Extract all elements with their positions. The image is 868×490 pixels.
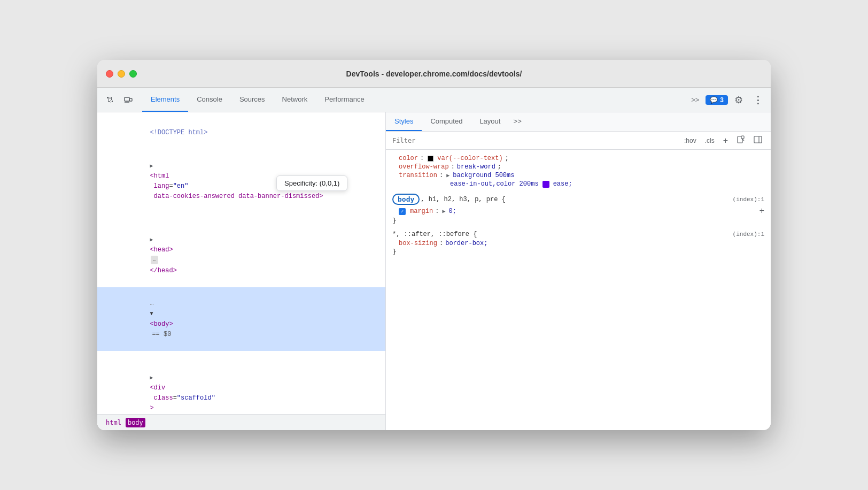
notification-count: 3: [720, 96, 724, 104]
css-value-transition: background 500ms: [453, 172, 514, 179]
tab-elements[interactable]: Elements: [142, 88, 188, 112]
svg-rect-12: [112, 101, 113, 101]
notification-badge[interactable]: 💬 3: [706, 95, 728, 105]
tab-console[interactable]: Console: [188, 88, 231, 112]
add-style-button[interactable]: +: [721, 135, 730, 147]
specificity-tooltip: Specificity: (0,0,1): [276, 175, 347, 191]
css-value-box-sizing: border-box;: [445, 240, 487, 247]
toolbar-icon-group: [102, 91, 137, 109]
styles-tabs: Styles Computed Layout >>: [386, 112, 771, 132]
styles-content[interactable]: color : var(--color-text) ; overflow-wra…: [386, 150, 771, 430]
prop-overflow-wrap[interactable]: overflow-wrap : break-word ;: [386, 163, 771, 171]
more-tabs-button[interactable]: >>: [687, 94, 703, 106]
css-rule-2: body , h1, h2, h3, p, pre { (index):1 ma…: [386, 193, 771, 225]
svg-rect-22: [754, 136, 762, 143]
minimize-button[interactable]: [118, 70, 125, 78]
rule-3-source[interactable]: (index):1: [733, 231, 764, 238]
prop-color[interactable]: color : var(--color-text) ;: [386, 154, 771, 163]
svg-rect-16: [125, 97, 129, 101]
css-value-margin: 0;: [448, 208, 456, 215]
tab-list: Elements Console Sources Network Perform…: [142, 88, 373, 112]
styles-panel: Styles Computed Layout >> :hov .cls +: [386, 112, 771, 430]
toggle-sidebar-icon[interactable]: [751, 134, 764, 147]
main-toolbar: Elements Console Sources Network Perform…: [97, 88, 771, 112]
lang-attr: lang: [150, 182, 169, 190]
filter-bar: :hov .cls +: [386, 132, 771, 150]
margin-checkbox[interactable]: [399, 208, 406, 215]
tab-more[interactable]: >>: [509, 118, 526, 126]
svg-rect-0: [107, 97, 108, 98]
svg-rect-11: [111, 99, 112, 100]
tab-sources[interactable]: Sources: [231, 88, 274, 112]
tab-performance[interactable]: Performance: [316, 88, 373, 112]
add-property-btn[interactable]: +: [759, 206, 764, 216]
titlebar: DevTools - developer.chrome.com/docs/dev…: [97, 60, 771, 88]
rule-2-selector: , h1, h2, h3, p, pre {: [421, 196, 505, 203]
notification-icon: 💬: [710, 96, 718, 104]
window-title: DevTools - developer.chrome.com/docs/dev…: [346, 70, 522, 78]
html-tag: <html: [150, 172, 169, 180]
css-var-color: var(--color-text): [437, 155, 502, 162]
expand-arrow[interactable]: ▶: [150, 163, 153, 169]
svg-rect-17: [129, 98, 132, 101]
more-options-icon[interactable]: ⋮: [749, 91, 766, 109]
tab-network[interactable]: Network: [274, 88, 316, 112]
rule-3-close: }: [386, 248, 771, 256]
svg-rect-6: [108, 98, 108, 102]
prop-name-margin: margin: [410, 208, 433, 215]
color-swatch-black[interactable]: [428, 156, 433, 162]
css-value-ease: ease;: [553, 180, 572, 188]
svg-rect-3: [108, 98, 112, 98]
triangle-margin[interactable]: ▶: [442, 208, 445, 215]
prop-transition-cont: ease-in-out,color 200ms ease;: [386, 180, 771, 188]
device-toolbar-icon[interactable]: [120, 91, 137, 109]
prop-box-sizing[interactable]: box-sizing : border-box;: [386, 239, 771, 248]
inspect-element-icon[interactable]: [102, 91, 119, 109]
doctype-text: <!DOCTYPE html>: [150, 129, 207, 136]
svg-rect-14: [111, 102, 112, 102]
tab-styles[interactable]: Styles: [386, 112, 422, 131]
dom-doctype: <!DOCTYPE html>: [97, 117, 385, 150]
breadcrumb-body[interactable]: body: [126, 418, 145, 427]
css-rule-1: color : var(--color-text) ; overflow-wra…: [386, 154, 771, 188]
settings-icon[interactable]: ⚙: [730, 91, 747, 109]
dom-head[interactable]: ▶ <head> … </head>: [97, 213, 385, 287]
breadcrumb-html[interactable]: html: [104, 418, 123, 427]
devtools-panel: Elements Console Sources Network Perform…: [97, 88, 771, 430]
head-arrow[interactable]: ▶: [150, 237, 153, 243]
filter-input[interactable]: [392, 137, 678, 144]
body-arrow[interactable]: ▼: [150, 311, 153, 317]
prop-margin[interactable]: margin : ▶ 0; +: [386, 206, 771, 217]
cls-button[interactable]: .cls: [703, 136, 717, 146]
svg-rect-15: [111, 102, 111, 103]
body-selector-circle: body: [392, 194, 420, 205]
tab-layout[interactable]: Layout: [471, 112, 509, 131]
traffic-lights: [106, 70, 137, 78]
body-eq: == $0: [152, 331, 171, 338]
tab-computed[interactable]: Computed: [422, 112, 471, 131]
scaffold-tag: <div: [150, 384, 165, 392]
rule-3-selector: *, ::after, ::before {: [392, 231, 477, 238]
color-swatch-purple[interactable]: [542, 181, 549, 188]
svg-rect-2: [107, 98, 108, 98]
hov-button[interactable]: :hov: [682, 136, 699, 146]
css-value-break-word: break-word: [457, 163, 495, 171]
maximize-button[interactable]: [129, 70, 137, 78]
dom-div-scaffold[interactable]: ▶ <div class="scaffold" > … </div> grid: [97, 351, 385, 414]
rule-3-header: *, ::after, ::before { (index):1: [386, 229, 771, 239]
scaffold-arrow[interactable]: ▶: [150, 375, 153, 381]
rule-2-header: body , h1, h2, h3, p, pre { (index):1: [386, 193, 771, 206]
head-dots: …: [151, 256, 158, 264]
dom-content[interactable]: <!DOCTYPE html> ▶ <html lang="en" data-c…: [97, 112, 385, 414]
prop-name-overflow-wrap: overflow-wrap: [399, 163, 449, 171]
svg-rect-8: [108, 101, 110, 102]
triangle-transition[interactable]: ▶: [446, 172, 449, 179]
prop-transition[interactable]: transition : ▶ background 500ms: [386, 171, 771, 180]
rule-2-source[interactable]: (index):1: [733, 196, 764, 203]
new-style-sheet-icon[interactable]: [734, 134, 747, 147]
css-value-transition-2: ease-in-out,color 200ms: [450, 180, 539, 188]
dom-body[interactable]: … ▼ <body> == $0: [97, 287, 385, 351]
close-button[interactable]: [106, 70, 113, 78]
svg-rect-1: [108, 97, 108, 98]
prop-name-transition: transition: [399, 172, 437, 179]
